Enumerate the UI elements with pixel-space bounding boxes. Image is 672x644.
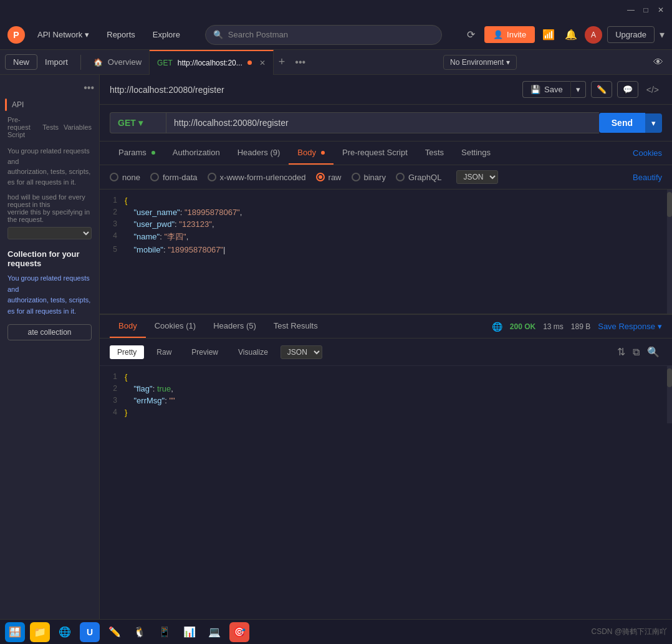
edit-icon-button[interactable]: ✏️	[591, 81, 612, 98]
maximize-button[interactable]: □	[641, 5, 651, 15]
request-body-editor[interactable]: 1 { 2 "user_name": "18995878067", 3 "use…	[100, 190, 672, 314]
taskbar-pencil-icon[interactable]: ✏️	[105, 622, 125, 642]
cookies-link[interactable]: Cookies	[633, 148, 662, 158]
tab-prerequest[interactable]: Pre-request Script	[334, 142, 416, 165]
taskbar-linux-icon[interactable]: 🐧	[130, 622, 150, 642]
active-request-tab[interactable]: GET http://localhost:20... ✕	[150, 50, 274, 75]
radio-form-data[interactable]	[150, 173, 159, 181]
avatar-icon[interactable]: A	[585, 26, 602, 44]
sidebar: ••• API Pre-request Script Tests Variabl…	[0, 75, 100, 619]
option-form-data[interactable]: form-data	[150, 173, 198, 182]
env-dropdown-icon: ▾	[506, 58, 510, 67]
overview-tab[interactable]: 🏠 Overview	[86, 50, 150, 75]
save-dropdown-button[interactable]: ▾	[570, 81, 586, 98]
taskbar-wechat-icon[interactable]: 📱	[155, 622, 175, 642]
explore-link[interactable]: Explore	[148, 27, 185, 42]
invite-button[interactable]: 👤 Invite	[484, 26, 535, 43]
url-input[interactable]	[166, 112, 599, 133]
search-box[interactable]: 🔍 Search Postman	[205, 25, 442, 45]
radio-graphql[interactable]	[396, 173, 405, 181]
option-binary[interactable]: binary	[352, 173, 386, 182]
resp-visualize-button[interactable]: Visualize	[231, 345, 276, 359]
option-none[interactable]: none	[110, 173, 140, 182]
close-button[interactable]: ✕	[656, 5, 666, 15]
bell-icon[interactable]: 🔔	[562, 26, 580, 44]
import-button[interactable]: Import	[37, 55, 75, 69]
taskbar-windows-icon[interactable]: 🪟	[5, 622, 25, 642]
editor-scrollbar[interactable]	[667, 190, 672, 314]
taskbar-tool-icon[interactable]: 🎯	[229, 622, 249, 642]
more-options-icon[interactable]: •••	[84, 82, 94, 94]
radio-raw[interactable]	[316, 173, 325, 181]
tests-tab[interactable]: Tests	[42, 123, 59, 131]
resp-pretty-button[interactable]: Pretty	[110, 345, 144, 359]
minimize-button[interactable]: —	[626, 5, 636, 15]
watermark: CSDN @骑鹤下江南吖	[591, 627, 667, 637]
option-raw[interactable]: raw	[316, 173, 342, 182]
request-url-title: http://localhost:20080/register	[110, 85, 516, 95]
save-response-button[interactable]: Save Response ▾	[598, 322, 662, 331]
save-button[interactable]: 💾 Save	[522, 81, 570, 98]
tab-close-icon[interactable]: ✕	[259, 59, 266, 67]
create-collection-button[interactable]: ate collection	[7, 324, 92, 340]
resp-tab-headers[interactable]: Headers (5)	[204, 315, 265, 338]
sync-icon[interactable]: ⟳	[462, 26, 479, 44]
radio-urlencoded[interactable]	[208, 173, 216, 181]
eye-icon[interactable]: 👁	[650, 54, 667, 71]
radio-binary[interactable]	[352, 173, 360, 181]
response-status: 🌐 200 OK 13 ms 189 B Save Response ▾	[492, 322, 662, 332]
resp-raw-button[interactable]: Raw	[149, 345, 179, 359]
radio-none[interactable]	[110, 173, 118, 181]
new-button[interactable]: New	[5, 54, 37, 70]
globe-icon: 🌐	[492, 322, 502, 332]
send-button[interactable]: Send	[599, 113, 645, 133]
beautify-button[interactable]: Beautify	[633, 173, 662, 182]
resp-preview-button[interactable]: Preview	[184, 345, 226, 359]
resp-tab-body[interactable]: Body	[110, 315, 146, 338]
response-area: Body Cookies (1) Headers (5) Test Result…	[100, 314, 672, 423]
environment-selector[interactable]: No Environment ▾	[443, 55, 517, 70]
tab-settings[interactable]: Settings	[453, 142, 499, 165]
tab-tests[interactable]: Tests	[416, 142, 453, 165]
copy-icon[interactable]: ⧉	[630, 344, 642, 360]
taskbar-chrome-icon[interactable]: 🌐	[55, 622, 75, 642]
send-dropdown-button[interactable]: ▾	[645, 113, 662, 133]
method-selector[interactable]: GET ▾	[110, 112, 166, 133]
code-icon-button[interactable]: </>	[643, 81, 662, 98]
search-response-icon[interactable]: 🔍	[645, 344, 662, 360]
resp-line-4: 4 }	[100, 406, 672, 418]
tab-params[interactable]: Params	[110, 142, 164, 165]
more-tabs-button[interactable]: •••	[290, 57, 310, 68]
pre-request-tab[interactable]: Pre-request Script	[7, 116, 37, 138]
tab-headers[interactable]: Headers (9)	[229, 142, 289, 165]
body-options: none form-data x-www-form-urlencoded raw…	[100, 165, 672, 190]
resp-json-select[interactable]: JSON	[281, 345, 322, 359]
tab-body[interactable]: Body	[289, 142, 334, 165]
resp-tab-cookies[interactable]: Cookies (1)	[146, 315, 205, 338]
resp-tab-test-results[interactable]: Test Results	[265, 315, 327, 338]
taskbar-explorer-icon[interactable]: 📁	[30, 622, 50, 642]
taskbar-u-icon[interactable]: U	[80, 622, 100, 642]
resp-scrollbar[interactable]	[667, 366, 672, 423]
taskbar-dev-icon[interactable]: 💻	[204, 622, 224, 642]
reports-link[interactable]: Reports	[102, 27, 140, 42]
api-network-link[interactable]: API Network ▾	[32, 27, 94, 42]
add-tab-button[interactable]: +	[274, 55, 290, 69]
json-format-select[interactable]: JSON	[456, 170, 498, 184]
tab-authorization[interactable]: Authorization	[164, 142, 229, 165]
option-graphql[interactable]: GraphQL	[396, 173, 441, 182]
variables-tab[interactable]: Variables	[64, 123, 92, 131]
sidebar-collection-heading: Collection for your requests	[0, 242, 99, 271]
postman-logo: P	[7, 26, 25, 44]
wifi-icon[interactable]: 📶	[540, 26, 557, 44]
resp-line-3: 3 "errMsg": ""	[100, 395, 672, 406]
code-line-5: 5 "mobile": "18995878067"|	[100, 244, 672, 256]
option-urlencoded[interactable]: x-www-form-urlencoded	[208, 173, 306, 182]
upgrade-dropdown-icon[interactable]: ▾	[660, 29, 665, 41]
filter-icon[interactable]: ⇅	[615, 344, 628, 360]
save-button-group: 💾 Save ▾	[522, 81, 586, 98]
taskbar-data-icon[interactable]: 📊	[180, 622, 199, 642]
upgrade-button[interactable]: Upgrade	[607, 26, 655, 43]
sidebar-select[interactable]	[7, 227, 92, 239]
comment-icon-button[interactable]: 💬	[617, 81, 638, 98]
